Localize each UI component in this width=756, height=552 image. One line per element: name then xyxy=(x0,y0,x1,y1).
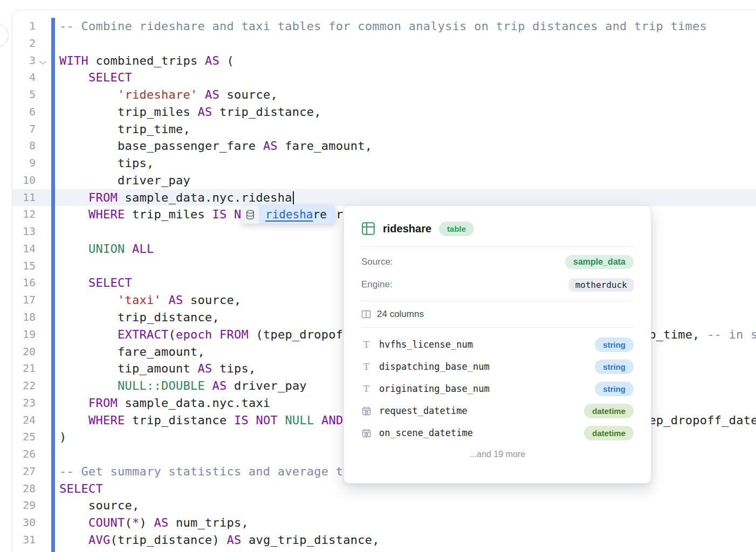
code-line[interactable]: 10 driver_pay xyxy=(12,172,756,189)
code-text: ) xyxy=(55,429,67,446)
line-number[interactable]: 16 xyxy=(12,274,36,292)
code-text: base_passenger_fare AS fare_amount, xyxy=(55,137,372,155)
column-type-badge: string xyxy=(595,382,634,396)
column-name: hvfhs_license_num xyxy=(379,339,473,350)
autocomplete-match-text: ridesha xyxy=(265,208,313,221)
code-text: 'rideshare' AS source, xyxy=(55,86,278,104)
fold-gutter xyxy=(36,69,51,86)
autocomplete-suggestion-label: rideshare xyxy=(259,205,335,224)
line-number[interactable]: 13 xyxy=(12,223,36,240)
fold-gutter[interactable] xyxy=(36,52,51,70)
divider xyxy=(361,327,634,328)
line-number[interactable]: 4 xyxy=(12,69,36,86)
line-number[interactable]: 14 xyxy=(12,240,36,258)
fold-gutter xyxy=(36,549,51,552)
fold-gutter xyxy=(36,155,51,172)
column-type-badge: string xyxy=(595,337,634,352)
fold-gutter xyxy=(36,532,51,549)
code-text: tip_amount AS tips, xyxy=(55,360,256,377)
code-text: SELECT xyxy=(55,69,132,86)
popup-title: rideshare xyxy=(383,223,431,235)
fold-gutter xyxy=(36,189,51,206)
line-number[interactable]: 30 xyxy=(12,514,36,532)
fold-gutter xyxy=(36,258,51,275)
table-icon xyxy=(361,222,375,236)
fold-gutter xyxy=(36,292,51,309)
line-number[interactable]: 11 xyxy=(12,189,36,206)
column-name: request_datetime xyxy=(379,405,468,416)
column-type-badge: datetime xyxy=(584,426,634,440)
code-text: COUNT(*) AS num_trips, xyxy=(55,514,249,532)
column-type-badge: string xyxy=(595,360,634,374)
line-number[interactable]: 9 xyxy=(12,155,36,172)
line-number[interactable]: 23 xyxy=(12,395,36,412)
line-number[interactable]: 3 xyxy=(12,52,36,70)
line-number[interactable]: 15 xyxy=(12,258,36,275)
line-number[interactable]: 31 xyxy=(12,532,36,549)
fold-gutter xyxy=(36,86,51,104)
line-number[interactable]: 28 xyxy=(12,480,36,498)
code-line[interactable]: 9 tips, xyxy=(12,155,756,172)
autocomplete-suggestion[interactable]: rideshare xyxy=(242,205,335,224)
engine-value-badge: motherduck xyxy=(569,278,634,292)
code-line[interactable]: 8 base_passenger_fare AS fare_amount, xyxy=(12,137,756,155)
code-text xyxy=(55,223,59,240)
line-number[interactable]: 8 xyxy=(12,137,36,155)
source-value-badge: sample_data xyxy=(565,255,634,269)
source-row: Source: sample_data xyxy=(361,255,634,269)
autocomplete-rest-text: re xyxy=(313,208,327,221)
line-number[interactable]: 32 xyxy=(12,549,36,552)
fold-gutter xyxy=(36,137,51,155)
columns-icon xyxy=(361,309,371,319)
fold-gutter xyxy=(36,172,51,189)
fold-gutter xyxy=(36,429,51,446)
line-number[interactable]: 22 xyxy=(12,377,36,395)
fold-gutter xyxy=(36,309,51,326)
line-number[interactable]: 2 xyxy=(12,35,36,52)
fold-gutter xyxy=(36,446,51,463)
source-label: Source: xyxy=(361,257,393,267)
code-line[interactable]: 11 FROM sample_data.nyc.ridesha xyxy=(12,189,756,206)
line-number[interactable]: 1 xyxy=(12,18,36,35)
column-name: on_scene_datetime xyxy=(379,427,473,438)
popup-header: rideshare table xyxy=(361,219,634,238)
code-text: AVG(trip_distance) AS avg_trip_distance, xyxy=(55,532,380,549)
clipped-circle-decoration xyxy=(0,24,9,47)
fold-chevron-icon[interactable] xyxy=(39,58,46,65)
code-line[interactable]: 7 trip_time, xyxy=(12,121,756,138)
fold-gutter xyxy=(36,377,51,395)
code-text: UNION ALL xyxy=(55,240,154,258)
code-line[interactable]: 30 COUNT(*) AS num_trips, xyxy=(12,514,756,532)
fold-gutter xyxy=(36,497,51,514)
line-number[interactable]: 10 xyxy=(12,172,36,189)
line-number[interactable]: 26 xyxy=(12,446,36,463)
fold-gutter xyxy=(36,104,51,121)
line-number[interactable]: 29 xyxy=(12,497,36,514)
code-line[interactable]: 5 'rideshare' AS source, xyxy=(12,86,756,104)
code-line[interactable]: 2 xyxy=(12,35,756,52)
fold-gutter xyxy=(36,360,51,377)
code-line[interactable]: 3WITH combined_trips AS ( xyxy=(12,52,756,70)
code-line[interactable]: 4 SELECT xyxy=(12,69,756,86)
line-number[interactable]: 5 xyxy=(12,86,36,104)
gutter-change-bar xyxy=(51,18,55,552)
line-number[interactable]: 17 xyxy=(12,292,36,309)
column-row: Toriginating_base_numstring xyxy=(361,381,634,396)
line-number[interactable]: 21 xyxy=(12,360,36,377)
fold-gutter xyxy=(36,514,51,532)
line-number[interactable]: 18 xyxy=(12,309,36,326)
line-number[interactable]: 27 xyxy=(12,463,36,480)
line-number[interactable]: 20 xyxy=(12,343,36,361)
line-number[interactable]: 25 xyxy=(12,429,36,446)
line-number[interactable]: 24 xyxy=(12,412,36,429)
line-number[interactable]: 7 xyxy=(12,121,36,138)
line-number[interactable]: 6 xyxy=(12,104,36,121)
code-text: SELECT xyxy=(55,480,103,498)
code-line[interactable]: 32 AVG(trip_time) AS avg_trip_time, xyxy=(12,549,756,552)
code-line[interactable]: 6 trip_miles AS trip_distance, xyxy=(12,104,756,121)
line-number[interactable]: 19 xyxy=(12,326,36,343)
line-number[interactable]: 12 xyxy=(12,206,36,223)
code-line[interactable]: 31 AVG(trip_distance) AS avg_trip_distan… xyxy=(12,532,756,549)
code-line[interactable]: 1-- Combine rideshare and taxi tables fo… xyxy=(12,18,756,35)
code-line[interactable]: 29 source, xyxy=(12,497,756,514)
